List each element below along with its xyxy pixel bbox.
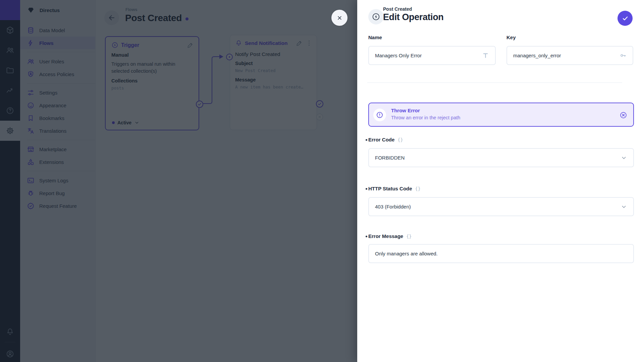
http-status-label: HTTP Status Code {} — [368, 186, 421, 191]
drawer-close-button[interactable] — [331, 10, 347, 26]
required-dot — [366, 139, 367, 141]
deselect-operation-icon[interactable] — [620, 111, 627, 119]
http-status-value: 403 (Forbidden) — [375, 204, 621, 209]
key-icon — [620, 52, 627, 59]
save-button[interactable] — [618, 11, 633, 26]
error-code-select[interactable]: FORBIDDEN — [368, 148, 634, 167]
check-icon — [622, 15, 629, 22]
key-field — [506, 46, 633, 65]
error-message-label: Error Message {} — [368, 233, 412, 239]
error-code-value: FORBIDDEN — [375, 155, 621, 161]
name-field — [368, 46, 496, 65]
operation-type-icon — [368, 9, 384, 24]
operation-type-title: Throw Error — [391, 108, 420, 113]
http-status-select[interactable]: 403 (Forbidden) — [368, 197, 634, 216]
title-format-icon[interactable] — [482, 52, 489, 59]
drawer-overlay[interactable] — [0, 0, 357, 362]
warning-bubble — [373, 109, 386, 121]
name-label: Name — [368, 35, 382, 40]
drawer-title: Edit Operation — [383, 12, 443, 22]
close-icon — [336, 14, 343, 21]
form-divider — [367, 82, 622, 83]
key-input[interactable] — [513, 53, 620, 58]
required-dot — [366, 188, 367, 190]
raw-value-toggle-icon[interactable]: {} — [406, 234, 412, 239]
key-label: Key — [506, 35, 516, 40]
chevron-down-icon — [621, 155, 627, 161]
edit-operation-drawer: Post Created Edit Operation Name Key Thr… — [357, 0, 644, 362]
operation-type-description: Throw an error in the reject path — [391, 115, 460, 120]
exclamation-circle-icon — [376, 111, 383, 119]
required-dot — [366, 236, 367, 237]
operation-type-tile[interactable]: Throw Error Throw an error in the reject… — [368, 103, 634, 127]
error-message-field — [368, 244, 634, 263]
name-input[interactable] — [375, 53, 482, 58]
chevron-down-icon — [621, 203, 627, 210]
bolt-circle-icon — [372, 12, 380, 21]
drawer-context-title: Post Created — [383, 6, 412, 12]
error-code-label: Error Code {} — [368, 137, 403, 142]
error-message-input[interactable] — [375, 251, 627, 256]
raw-value-toggle-icon[interactable]: {} — [415, 186, 421, 191]
raw-value-toggle-icon[interactable]: {} — [397, 137, 403, 142]
